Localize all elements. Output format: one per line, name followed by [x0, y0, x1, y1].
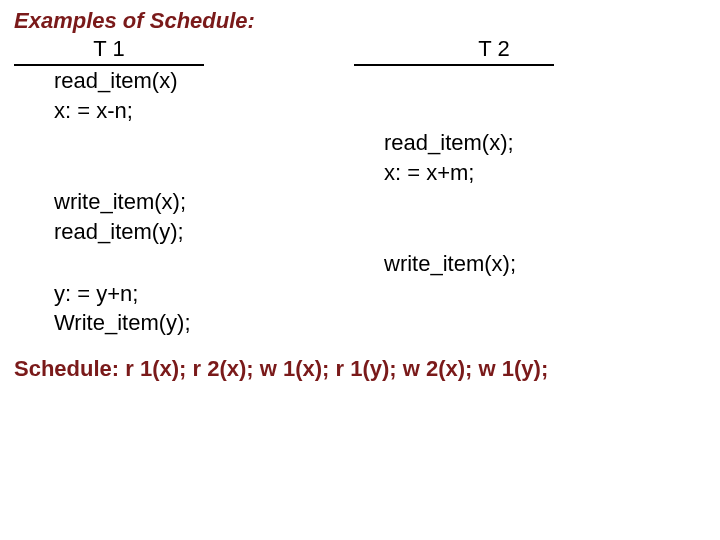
schedule-sequence: r 1(x); r 2(x); w 1(x); r 1(y); w 2(x); … [125, 356, 548, 381]
gap [354, 187, 634, 249]
t2-block2: write_item(x); [354, 249, 584, 279]
t2-header: T 2 [354, 36, 634, 64]
t2-block1: read_item(x); x: = x+m; [354, 128, 584, 187]
t1-op: write_item(x); [54, 187, 204, 217]
t1-block2: write_item(x); read_item(y); [14, 187, 204, 246]
columns: T 1 read_item(x) x: = x-n; write_item(x)… [14, 36, 706, 338]
t1-block1: read_item(x) x: = x-n; [14, 66, 204, 125]
t1-op: read_item(x) [54, 66, 204, 96]
schedule-label: Schedule: [14, 356, 119, 381]
t1-header: T 1 [14, 36, 204, 64]
schedule-line: Schedule: r 1(x); r 2(x); w 1(x); r 1(y)… [14, 356, 706, 382]
t1-op: Write_item(y); [54, 308, 204, 338]
t1-block3: y: = y+n; Write_item(y); [14, 279, 204, 338]
column-t2: T 2 read_item(x); x: = x+m; write_item(x… [354, 36, 634, 338]
column-t1: T 1 read_item(x) x: = x-n; write_item(x)… [14, 36, 334, 338]
gap [14, 247, 334, 279]
gap [354, 66, 634, 128]
t2-op: write_item(x); [384, 249, 584, 279]
slide: Examples of Schedule: T 1 read_item(x) x… [0, 0, 720, 390]
t1-op: read_item(y); [54, 217, 204, 247]
gap [14, 125, 334, 187]
t1-op: y: = y+n; [54, 279, 204, 309]
t2-op: read_item(x); [384, 128, 584, 158]
t2-op: x: = x+m; [384, 158, 584, 188]
slide-title: Examples of Schedule: [14, 8, 706, 34]
t1-op: x: = x-n; [54, 96, 204, 126]
